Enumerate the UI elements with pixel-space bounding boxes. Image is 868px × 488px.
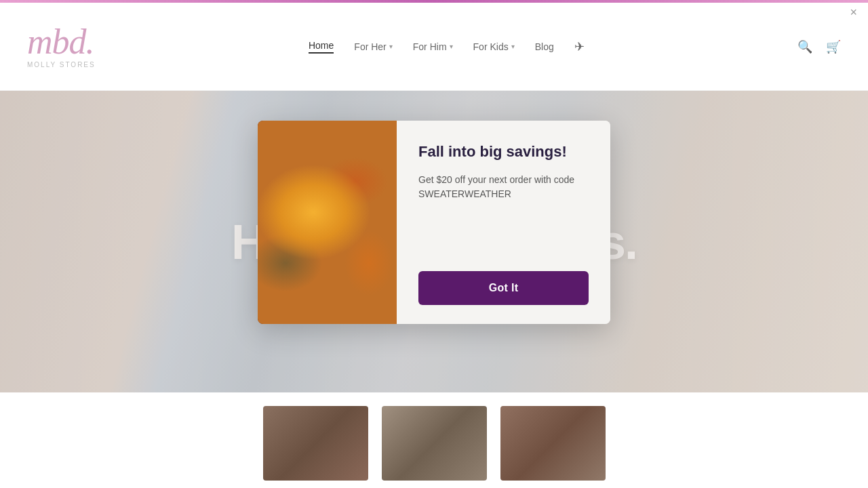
nav-item-for-him[interactable]: For Him ▾ [413, 41, 453, 52]
leaf-image [258, 121, 397, 324]
product-card-1[interactable] [263, 406, 368, 481]
modal-title: Fall into big savings! [418, 142, 589, 162]
modal-content: Fall into big savings! Get $20 off your … [397, 121, 610, 324]
logo-subtext: MOLLY STORES [27, 61, 96, 68]
chevron-down-icon: ▾ [511, 43, 515, 50]
search-icon[interactable]: 🔍 [797, 39, 812, 54]
promo-modal: Fall into big savings! Get $20 off your … [258, 121, 610, 324]
chevron-down-icon: ▾ [389, 43, 393, 50]
nav-item-for-her[interactable]: For Her ▾ [354, 41, 392, 52]
bottom-cards [0, 392, 868, 488]
header-icons: 🔍 🛒 [797, 39, 841, 54]
got-it-button[interactable]: Got It [418, 271, 589, 305]
product-card-2[interactable] [382, 406, 487, 481]
nav-item-plane[interactable]: ✈ [574, 39, 585, 54]
logo-text: mbd. [27, 24, 94, 60]
modal-image [258, 121, 397, 324]
close-button[interactable]: × [850, 5, 857, 20]
top-progress-bar [0, 0, 868, 3]
modal-description: Get $20 off your next order with code SW… [418, 173, 589, 201]
plane-icon: ✈ [574, 39, 585, 54]
nav-item-blog[interactable]: Blog [535, 41, 554, 52]
cart-icon[interactable]: 🛒 [826, 39, 841, 54]
logo[interactable]: mbd. MOLLY STORES [27, 24, 96, 68]
nav-item-home[interactable]: Home [309, 40, 334, 54]
header: mbd. MOLLY STORES Home For Her ▾ For Him… [0, 3, 868, 91]
main-nav: Home For Her ▾ For Him ▾ For Kids ▾ Blog… [309, 39, 585, 54]
chevron-down-icon: ▾ [450, 43, 453, 50]
nav-item-for-kids[interactable]: For Kids ▾ [473, 41, 515, 52]
product-card-3[interactable] [500, 406, 606, 481]
